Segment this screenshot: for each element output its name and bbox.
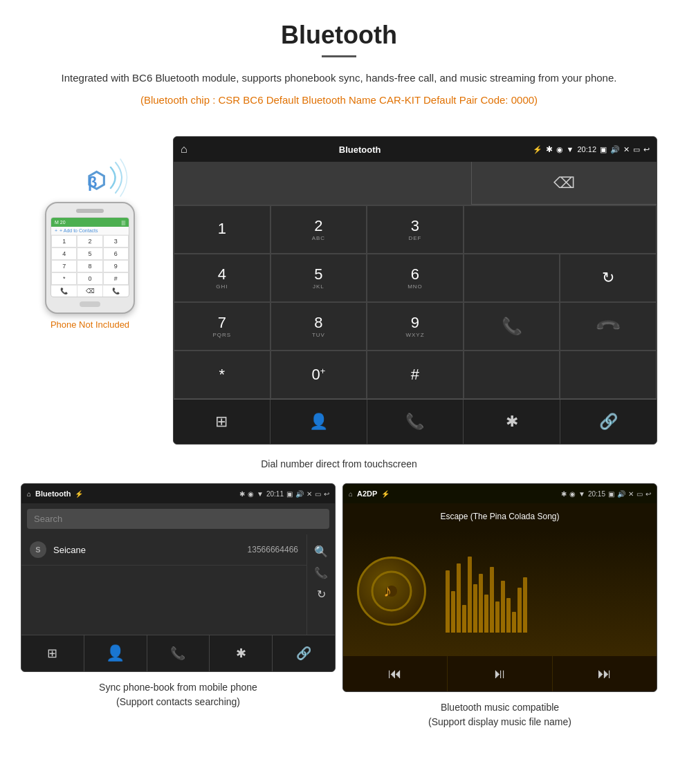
eq-bar-4 — [462, 605, 466, 633]
phone-not-included-label: Phone Not Included — [51, 319, 129, 330]
next-icon: ⏭ — [598, 666, 612, 682]
pb-link-btn[interactable]: 🔗 — [273, 635, 335, 671]
key-6[interactable]: 6 MNO — [367, 254, 464, 302]
phone-key-4: 4 — [51, 248, 77, 260]
dialer-section: ⬡ β M 20 ||| ++ Add to Contacts 1 — [0, 122, 678, 451]
next-button[interactable]: ⏭ — [553, 656, 657, 691]
eq-bar-12 — [506, 598, 511, 633]
music-screen: ⌂ A2DP ⚡ ✱ ◉ ▼ 20:15 ▣ 🔊 ✕ ▭ ↩ — [342, 483, 657, 692]
phone-signal: ||| — [122, 220, 125, 225]
pb-time: 20:11 — [266, 490, 284, 498]
phonebook-caption: Sync phone-book from mobile phone (Suppo… — [99, 680, 257, 709]
dialer-statusbar: ⌂ Bluetooth ⚡ ✱ ◉ ▼ 20:12 ▣ 🔊 ✕ ▭ ↩ — [174, 137, 657, 162]
key-empty-1a — [464, 205, 657, 254]
phone-mockup: M 20 ||| ++ Add to Contacts 1 2 3 4 5 6 … — [45, 202, 135, 314]
eq-bar-5 — [468, 557, 472, 633]
phone-key-7: 7 — [51, 260, 77, 272]
music-status-icons: ✱ ◉ ▼ 20:15 ▣ 🔊 ✕ ▭ ↩ — [561, 490, 651, 498]
key-8[interactable]: 8 TUV — [271, 302, 367, 351]
music-content-row: ♪ — [343, 527, 657, 655]
pb-bt-btn[interactable]: ✱ — [210, 635, 273, 671]
pb-person-btn[interactable]: 👤 — [84, 635, 147, 671]
backspace-icon: ⌫ — [553, 174, 575, 192]
time-display: 20:12 — [577, 145, 596, 153]
home-icon[interactable]: ⌂ — [181, 143, 187, 156]
svg-text:β: β — [88, 174, 97, 191]
music-win-icon: ▭ — [636, 490, 643, 498]
call-icon: 📞 — [502, 317, 522, 336]
album-art: ♪ — [357, 557, 426, 626]
bluetooth-tab-button[interactable]: ✱ — [464, 400, 560, 444]
phone-tab-icon: 📞 — [405, 413, 424, 431]
description: Integrated with BC6 Bluetooth module, su… — [42, 70, 636, 86]
phone-key-8: 8 — [77, 260, 102, 272]
key-star[interactable]: * — [174, 351, 271, 399]
key-0[interactable]: 0+ — [271, 351, 367, 399]
key-hash[interactable]: # — [367, 351, 464, 399]
title-divider — [322, 55, 356, 57]
search-bar[interactable]: Search — [27, 509, 329, 529]
hangup-button[interactable]: 📞 — [560, 302, 657, 351]
key-4[interactable]: 4 GHI — [174, 254, 271, 302]
specs-text: (Bluetooth chip : CSR BC6 Default Blueto… — [42, 92, 636, 109]
key-9[interactable]: 9 WXYZ — [367, 302, 464, 351]
pb-refresh-icon[interactable]: ↻ — [317, 588, 326, 601]
key-3[interactable]: 3 DEF — [367, 205, 464, 254]
pb-search-icon[interactable]: 🔍 — [314, 545, 328, 558]
phone-key-3: 3 — [103, 235, 129, 248]
bluetooth-tab-icon: ✱ — [506, 413, 518, 431]
eq-bar-15 — [523, 577, 527, 633]
album-art-svg: ♪ — [371, 570, 412, 612]
key-empty-4a — [464, 351, 560, 399]
refresh-button[interactable]: ↻ — [560, 254, 657, 302]
key-2[interactable]: 2 ABC — [271, 205, 367, 254]
phonebook-list: S Seicane 13566664466 — [21, 534, 306, 635]
key-7[interactable]: 7 PQRS — [174, 302, 271, 351]
window-icon: ▭ — [633, 145, 640, 154]
music-block: ⌂ A2DP ⚡ ✱ ◉ ▼ 20:15 ▣ 🔊 ✕ ▭ ↩ — [342, 483, 657, 729]
phonebook-bottom-bar: ⊞ 👤 📞 ✱ 🔗 — [21, 635, 335, 671]
contact-item[interactable]: S Seicane 13566664466 — [21, 534, 306, 566]
pb-keypad-btn[interactable]: ⊞ — [21, 635, 84, 671]
contact-number: 13566664466 — [248, 545, 298, 554]
key-5[interactable]: 5 JKL — [271, 254, 367, 302]
phone-call-btn: 📞 — [51, 286, 77, 297]
contacts-icon: 👤 — [309, 413, 328, 431]
dialer-display — [174, 162, 472, 205]
music-body: Escape (The Pina Colada Song) ♪ — [343, 503, 657, 655]
hangup-icon: 📞 — [594, 312, 623, 340]
phone-key-9: 9 — [103, 260, 129, 272]
screenshots-row: ⌂ Bluetooth ⚡ ✱ ◉ ▼ 20:11 ▣ 🔊 ✕ ▭ ↩ — [0, 483, 678, 729]
music-usb-icon: ⚡ — [381, 490, 390, 498]
eq-bar-6 — [473, 584, 477, 633]
phone-home-button — [80, 301, 100, 307]
phone-screen: M 20 ||| ++ Add to Contacts 1 2 3 4 5 6 … — [51, 217, 129, 297]
eq-bar-9 — [490, 567, 494, 633]
dialer-screen: ⌂ Bluetooth ⚡ ✱ ◉ ▼ 20:12 ▣ 🔊 ✕ ▭ ↩ ⌫ — [173, 136, 657, 445]
phone-keypad: 1 2 3 4 5 6 7 8 9 * 0 # — [51, 235, 129, 285]
pb-phone-icon[interactable]: 📞 — [314, 566, 328, 579]
backspace-button[interactable]: ⌫ — [472, 162, 657, 205]
pb-call-btn[interactable]: 📞 — [147, 635, 210, 671]
prev-button[interactable]: ⏮ — [343, 656, 448, 691]
dialer-bottom-bar: ⊞ 👤 📞 ✱ 🔗 — [174, 399, 657, 444]
music-bt-icon: ✱ — [561, 490, 567, 498]
link-tab-button[interactable]: 🔗 — [560, 400, 657, 444]
contacts-tab-button[interactable]: 👤 — [271, 400, 367, 444]
keypad-icon: ⊞ — [215, 413, 228, 431]
music-loc-icon: ◉ — [569, 490, 576, 498]
call-button[interactable]: 📞 — [464, 302, 560, 351]
music-home-icon: ⌂ — [349, 490, 353, 498]
phone-tab-button[interactable]: 📞 — [367, 400, 464, 444]
eq-bar-10 — [495, 601, 500, 633]
music-wifi-icon: ▼ — [578, 490, 585, 498]
pb-home-icon: ⌂ — [27, 490, 31, 498]
eq-bar-11 — [501, 581, 505, 633]
key-1[interactable]: 1 — [174, 205, 271, 254]
keypad-tab-button[interactable]: ⊞ — [174, 400, 271, 444]
pb-cam-icon: ▣ — [286, 490, 293, 498]
dialer-caption: Dial number direct from touchscreen — [0, 458, 678, 469]
pb-wifi-icon: ▼ — [257, 490, 264, 498]
phone-add-label: + Add to Contacts — [59, 228, 98, 233]
play-pause-button[interactable]: ⏯ — [448, 656, 552, 691]
